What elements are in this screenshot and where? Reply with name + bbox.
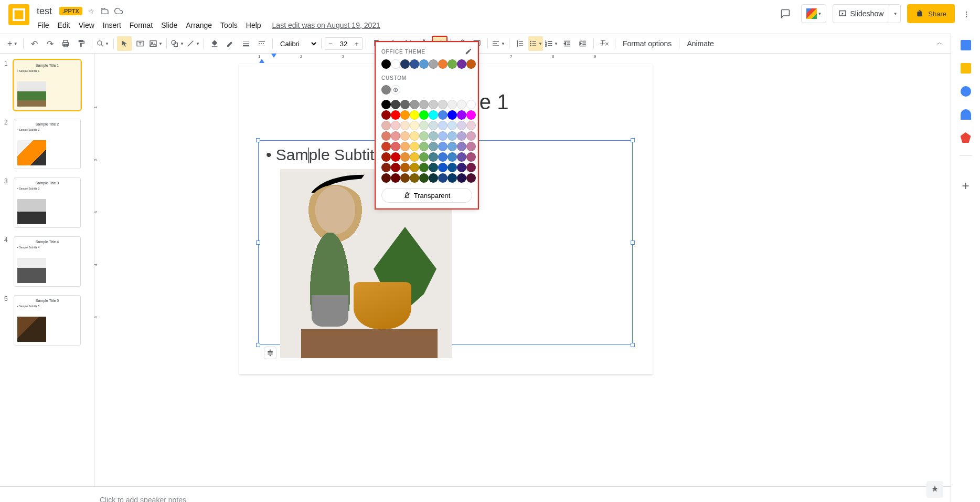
color-swatch[interactable] <box>448 131 457 141</box>
color-swatch[interactable] <box>457 163 466 172</box>
bulleted-list-button[interactable]: ▼ <box>528 36 543 51</box>
color-swatch[interactable] <box>438 163 448 172</box>
textbox-tool[interactable] <box>133 36 147 51</box>
color-swatch[interactable] <box>381 131 391 141</box>
color-swatch[interactable] <box>448 121 457 130</box>
star-icon[interactable]: ☆ <box>87 6 96 16</box>
menu-view[interactable]: View <box>75 19 98 32</box>
menu-arrange[interactable]: Arrange <box>182 19 216 32</box>
color-swatch[interactable] <box>457 100 466 109</box>
image-tool[interactable]: ▼ <box>148 36 163 51</box>
redo-button[interactable]: ↷ <box>42 36 57 51</box>
color-swatch[interactable] <box>400 110 410 120</box>
color-swatch[interactable] <box>381 85 391 95</box>
color-swatch[interactable] <box>457 152 466 162</box>
color-swatch[interactable] <box>419 59 429 69</box>
autofit-button[interactable] <box>264 347 276 359</box>
slideshow-dropdown[interactable]: ▼ <box>889 4 901 23</box>
bullet-text[interactable]: • Sample Subtit <box>266 146 375 164</box>
color-swatch[interactable] <box>400 142 410 151</box>
menu-insert[interactable]: Insert <box>99 19 125 32</box>
add-custom-color[interactable]: ⊕ <box>391 85 400 95</box>
resize-handle[interactable] <box>631 343 635 347</box>
color-swatch[interactable] <box>438 131 448 141</box>
doc-title[interactable]: test <box>34 5 55 18</box>
color-swatch[interactable] <box>391 121 400 130</box>
color-swatch[interactable] <box>457 142 466 151</box>
color-swatch[interactable] <box>410 142 419 151</box>
color-swatch[interactable] <box>448 110 457 120</box>
meet-button[interactable]: ▼ <box>801 4 826 23</box>
color-swatch[interactable] <box>381 59 391 69</box>
slide-thumbnail[interactable]: 5 Sample Title 5 • Sample Subtitle 5 <box>0 293 94 352</box>
slideshow-button[interactable]: Slideshow <box>833 4 889 23</box>
color-swatch[interactable] <box>466 142 476 151</box>
color-swatch[interactable] <box>438 152 448 162</box>
cloud-icon[interactable] <box>114 6 123 16</box>
color-swatch[interactable] <box>381 173 391 183</box>
color-swatch[interactable] <box>391 142 400 151</box>
share-button[interactable]: Share <box>907 4 955 23</box>
color-swatch[interactable] <box>457 59 466 69</box>
menu-file[interactable]: File <box>34 19 53 32</box>
comments-button[interactable] <box>776 4 795 23</box>
color-swatch[interactable] <box>419 152 429 162</box>
slide-thumbnail[interactable]: 4 Sample Title 4 • Sample Subtitle 4 <box>0 234 94 293</box>
color-swatch[interactable] <box>419 100 429 109</box>
resize-handle[interactable] <box>256 343 260 347</box>
filmstrip[interactable]: 1 Sample Title 1 • Sample Subtitle 1 2 S… <box>0 54 94 486</box>
color-swatch[interactable] <box>429 59 438 69</box>
format-options-button[interactable]: Format options <box>619 39 676 48</box>
color-swatch[interactable] <box>410 131 419 141</box>
edit-theme-icon[interactable] <box>465 48 472 55</box>
color-swatch[interactable] <box>448 163 457 172</box>
paint-format-button[interactable] <box>74 36 89 51</box>
color-swatch[interactable] <box>438 110 448 120</box>
color-swatch[interactable] <box>410 59 419 69</box>
color-swatch[interactable] <box>438 173 448 183</box>
slide-thumbnail[interactable]: 1 Sample Title 1 • Sample Subtitle 1 <box>0 58 94 117</box>
indent-decrease-button[interactable] <box>560 36 574 51</box>
font-size-decrease[interactable]: − <box>325 40 336 48</box>
color-swatch[interactable] <box>457 110 466 120</box>
color-swatch[interactable] <box>457 131 466 141</box>
add-on-icon[interactable]: + <box>962 179 969 193</box>
color-swatch[interactable] <box>391 131 400 141</box>
color-swatch[interactable] <box>419 121 429 130</box>
color-swatch[interactable] <box>391 173 400 183</box>
color-swatch[interactable] <box>419 163 429 172</box>
color-swatch[interactable] <box>381 163 391 172</box>
font-family-select[interactable]: Calibri <box>276 37 318 50</box>
explore-button[interactable] <box>926 481 943 498</box>
color-swatch[interactable] <box>466 152 476 162</box>
color-swatch[interactable] <box>448 152 457 162</box>
color-swatch[interactable] <box>410 152 419 162</box>
color-swatch[interactable] <box>429 100 438 109</box>
resize-handle[interactable] <box>631 138 635 142</box>
color-swatch[interactable] <box>429 121 438 130</box>
color-swatch[interactable] <box>438 121 448 130</box>
color-swatch[interactable] <box>400 163 410 172</box>
new-slide-button[interactable]: +▼ <box>5 36 20 51</box>
color-swatch[interactable] <box>400 121 410 130</box>
color-swatch[interactable] <box>466 110 476 120</box>
color-swatch[interactable] <box>381 121 391 130</box>
color-swatch[interactable] <box>466 59 476 69</box>
color-swatch[interactable] <box>391 100 400 109</box>
indent-increase-button[interactable] <box>576 36 590 51</box>
color-swatch[interactable] <box>381 100 391 109</box>
color-swatch[interactable] <box>381 142 391 151</box>
menu-slide[interactable]: Slide <box>157 19 181 32</box>
color-swatch[interactable] <box>466 121 476 130</box>
zoom-button[interactable]: ▼ <box>95 36 110 51</box>
color-swatch[interactable] <box>457 173 466 183</box>
font-size-input[interactable] <box>336 40 351 48</box>
menu-help[interactable]: Help <box>242 19 265 32</box>
color-swatch[interactable] <box>438 142 448 151</box>
color-swatch[interactable] <box>419 110 429 120</box>
color-swatch[interactable] <box>400 100 410 109</box>
color-swatch[interactable] <box>448 100 457 109</box>
select-tool[interactable] <box>117 36 132 51</box>
color-swatch[interactable] <box>410 163 419 172</box>
color-swatch[interactable] <box>391 152 400 162</box>
